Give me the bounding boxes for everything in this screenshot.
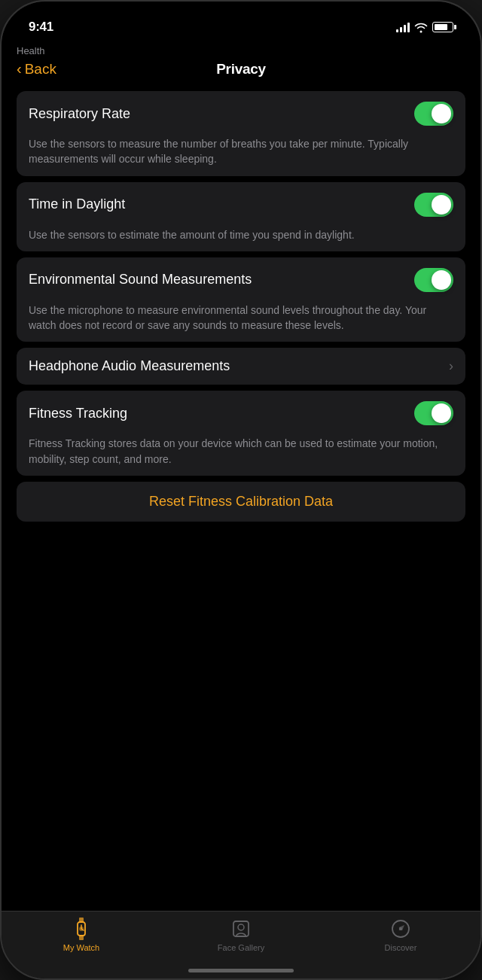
phone-screen: 9:41 xyxy=(2,2,480,978)
respiratory-rate-row: Respiratory Rate xyxy=(17,91,465,136)
environmental-sound-card: Environmental Sound Measurements Use the… xyxy=(17,257,465,342)
status-time: 9:41 xyxy=(29,20,53,35)
signal-bars-icon xyxy=(396,22,410,32)
nav-bar: ‹ Back Privacy xyxy=(2,57,480,84)
wifi-icon xyxy=(414,22,428,32)
environmental-sound-row: Environmental Sound Measurements xyxy=(17,257,465,303)
respiratory-rate-description: Use the sensors to measure the number of… xyxy=(17,136,465,176)
toggle-knob xyxy=(432,270,451,290)
back-button[interactable]: ‹ Back xyxy=(17,60,56,78)
signal-bar-3 xyxy=(404,25,406,32)
signal-bar-1 xyxy=(396,29,398,32)
time-in-daylight-label: Time in Daylight xyxy=(29,196,414,212)
back-label: Back xyxy=(25,61,56,78)
battery-icon xyxy=(432,22,453,32)
headphone-audio-label: Headphone Audio Measurements xyxy=(29,358,449,374)
fitness-tracking-row: Fitness Tracking xyxy=(17,391,465,436)
scroll-content: Respiratory Rate Use the sensors to meas… xyxy=(2,84,480,916)
respiratory-rate-label: Respiratory Rate xyxy=(29,106,414,122)
fitness-tracking-toggle[interactable] xyxy=(414,401,453,425)
signal-bar-2 xyxy=(400,27,402,32)
time-in-daylight-card: Time in Daylight Use the sensors to esti… xyxy=(17,182,465,251)
home-indicator xyxy=(188,969,294,972)
environmental-sound-label: Environmental Sound Measurements xyxy=(29,272,414,288)
time-in-daylight-toggle[interactable] xyxy=(414,193,453,217)
face-gallery-icon xyxy=(230,918,252,940)
headphone-audio-card[interactable]: Headphone Audio Measurements › xyxy=(17,348,465,385)
tab-face-gallery[interactable]: Face Gallery xyxy=(161,918,321,952)
tab-discover[interactable]: Discover xyxy=(321,918,480,952)
back-app-label: Health xyxy=(17,45,45,56)
tab-my-watch[interactable]: My Watch xyxy=(2,918,161,952)
dynamic-island xyxy=(192,11,290,38)
time-in-daylight-row: Time in Daylight xyxy=(17,182,465,227)
face-gallery-tab-label: Face Gallery xyxy=(218,943,264,952)
svg-point-10 xyxy=(399,927,402,930)
toggle-knob xyxy=(432,104,451,123)
environmental-sound-description: Use the microphone to measure environmen… xyxy=(17,303,465,342)
my-watch-icon xyxy=(70,918,93,940)
environmental-sound-toggle[interactable] xyxy=(414,268,453,292)
fitness-tracking-label: Fitness Tracking xyxy=(29,406,414,422)
status-icons xyxy=(396,22,453,32)
toggle-knob xyxy=(432,403,451,423)
svg-rect-6 xyxy=(233,921,249,936)
fitness-tracking-card: Fitness Tracking Fitness Tracking stores… xyxy=(17,391,465,476)
svg-rect-1 xyxy=(79,918,84,923)
health-back-area: Health xyxy=(2,42,480,57)
my-watch-tab-label: My Watch xyxy=(63,943,100,952)
headphone-audio-row[interactable]: Headphone Audio Measurements › xyxy=(17,348,465,385)
nav-title: Privacy xyxy=(216,61,266,78)
toggle-knob xyxy=(432,195,451,215)
reset-fitness-label: Reset Fitness Calibration Data xyxy=(149,494,333,509)
svg-point-7 xyxy=(238,924,244,930)
fitness-tracking-description: Fitness Tracking stores data on your dev… xyxy=(17,436,465,476)
time-in-daylight-description: Use the sensors to estimate the amount o… xyxy=(17,227,465,251)
back-chevron-icon: ‹ xyxy=(17,60,22,78)
discover-icon xyxy=(389,918,412,940)
respiratory-rate-toggle[interactable] xyxy=(414,102,453,126)
svg-rect-2 xyxy=(79,935,84,940)
reset-fitness-card[interactable]: Reset Fitness Calibration Data xyxy=(17,482,465,522)
discover-tab-label: Discover xyxy=(385,943,417,952)
signal-bar-4 xyxy=(407,23,410,32)
phone-frame: 9:41 xyxy=(0,0,482,980)
respiratory-rate-card: Respiratory Rate Use the sensors to meas… xyxy=(17,91,465,176)
chevron-right-icon: › xyxy=(449,358,453,374)
battery-fill xyxy=(435,24,447,30)
